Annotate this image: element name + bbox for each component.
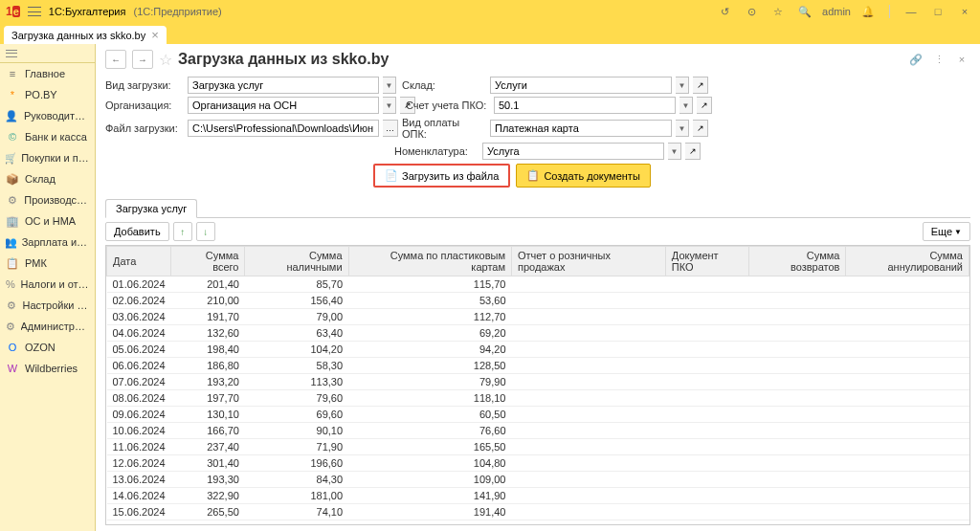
table-cell: 115,70 xyxy=(348,277,511,293)
nav-forward-button[interactable]: → xyxy=(132,50,153,69)
col-header[interactable]: Сумма наличными xyxy=(245,247,348,277)
more-button[interactable]: Еще ▼ xyxy=(923,222,970,241)
minimize-icon[interactable]: — xyxy=(902,2,921,21)
col-header[interactable]: Документ ПКО xyxy=(665,247,748,277)
nav-back-button[interactable]: ← xyxy=(105,50,126,69)
payment-dropdown[interactable]: ▼ xyxy=(676,120,689,137)
move-down-button[interactable]: ↓ xyxy=(196,222,215,241)
col-header[interactable]: Сумма аннулирований xyxy=(846,247,969,277)
table-cell xyxy=(512,390,666,407)
sidebar-item-4[interactable]: 🛒Покупки и продажи xyxy=(0,147,95,168)
sidebar-label: ОС и НМА xyxy=(25,215,76,227)
col-header[interactable]: Сумма всего xyxy=(171,247,245,277)
table-row[interactable]: 10.06.2024166,7090,1076,60 xyxy=(107,423,969,439)
table-row[interactable]: 01.06.2024201,4085,70115,70 xyxy=(107,277,969,293)
nomen-open[interactable]: ↗ xyxy=(685,143,701,160)
sidebar-item-14[interactable]: WWildberries xyxy=(0,358,95,379)
tab-close-icon[interactable]: × xyxy=(151,29,159,41)
table-row[interactable]: 04.06.2024132,6063,4069,20 xyxy=(107,325,969,342)
file-input[interactable] xyxy=(188,120,379,137)
warehouse-dropdown[interactable]: ▼ xyxy=(676,77,689,94)
sidebar-item-7[interactable]: 🏢ОС и НМА xyxy=(0,210,95,232)
warehouse-input[interactable] xyxy=(490,77,672,94)
favorites-icon[interactable]: ☆ xyxy=(768,2,788,21)
page-header: ← → ☆ Загрузка данных из skko.by 🔗 ⋮ × xyxy=(96,44,980,75)
link-icon[interactable]: 🔗 xyxy=(907,54,924,66)
account-dropdown[interactable]: ▼ xyxy=(679,97,693,114)
sidebar-item-0[interactable]: ≡Главное xyxy=(0,63,95,84)
table-cell xyxy=(748,407,845,423)
table-row[interactable]: 14.06.2024322,90181,00141,90 xyxy=(107,488,969,504)
table-row[interactable]: 06.06.2024186,8058,30128,50 xyxy=(107,358,969,374)
payment-input[interactable] xyxy=(490,120,672,137)
close-icon[interactable]: × xyxy=(955,2,974,21)
table-cell xyxy=(748,342,845,358)
favorite-star-icon[interactable]: ☆ xyxy=(159,51,172,69)
col-header[interactable]: Дата xyxy=(107,247,171,277)
table-cell: 63,40 xyxy=(245,325,348,342)
sidebar-item-11[interactable]: ⚙Настройки учета xyxy=(0,295,95,316)
table-row[interactable]: 16.06.2024207,2091,00116,20 xyxy=(107,520,969,526)
user-label[interactable]: admin xyxy=(822,6,851,17)
menu-icon[interactable] xyxy=(28,7,41,16)
sidebar-item-2[interactable]: 👤Руководителю xyxy=(0,105,95,126)
table-row[interactable]: 07.06.2024193,20113,3079,90 xyxy=(107,374,969,390)
table-row[interactable]: 05.06.2024198,40104,2094,20 xyxy=(107,342,969,358)
table-cell xyxy=(846,358,969,374)
search-icon[interactable]: 🔍 xyxy=(795,2,814,21)
load-type-input[interactable] xyxy=(188,77,379,94)
subtab-load-services[interactable]: Загрузка услуг xyxy=(105,199,197,218)
more-icon[interactable]: ⋮ xyxy=(930,54,947,66)
org-dropdown[interactable]: ▼ xyxy=(383,97,396,114)
table-row[interactable]: 13.06.2024193,3084,30109,00 xyxy=(107,472,969,488)
col-header[interactable]: Сумма по пластиковым картам xyxy=(348,247,511,277)
table-row[interactable]: 02.06.2024210,00156,4053,60 xyxy=(107,293,969,309)
warehouse-open[interactable]: ↗ xyxy=(693,77,708,94)
table-cell: 181,00 xyxy=(245,488,348,504)
table-row[interactable]: 12.06.2024301,40196,60104,80 xyxy=(107,455,969,472)
refresh-icon[interactable]: ↺ xyxy=(715,2,734,21)
history-icon[interactable]: ⊙ xyxy=(742,2,761,21)
table-row[interactable]: 11.06.2024237,4071,90165,50 xyxy=(107,439,969,455)
add-button[interactable]: Добавить xyxy=(105,222,169,241)
col-header[interactable]: Отчет о розничных продажах xyxy=(512,247,666,277)
move-up-button[interactable]: ↑ xyxy=(173,222,192,241)
nomen-input[interactable] xyxy=(482,143,664,160)
table-cell xyxy=(665,488,748,504)
table-cell: 193,20 xyxy=(171,374,245,390)
account-input[interactable] xyxy=(494,97,676,114)
bell-icon[interactable]: 🔔 xyxy=(858,2,878,21)
sidebar-item-6[interactable]: ⚙Производство xyxy=(0,189,95,210)
table-row[interactable]: 08.06.2024197,7079,60118,10 xyxy=(107,390,969,407)
active-tab[interactable]: Загрузка данных из skko.by × xyxy=(4,26,167,44)
maximize-icon[interactable]: □ xyxy=(928,2,947,21)
sidebar-item-10[interactable]: %Налоги и отчетность xyxy=(0,274,95,295)
sidebar-item-12[interactable]: ⚙Администрирование xyxy=(0,316,95,337)
table-cell: 07.06.2024 xyxy=(107,374,171,390)
table-cell xyxy=(665,423,748,439)
create-documents-button[interactable]: 📋 Создать документы xyxy=(516,164,650,188)
load-type-dropdown[interactable]: ▼ xyxy=(383,77,396,94)
nomen-dropdown[interactable]: ▼ xyxy=(668,143,681,160)
sidebar-item-5[interactable]: 📦Склад xyxy=(0,168,95,189)
account-open[interactable]: ↗ xyxy=(697,97,712,114)
sidebar-item-9[interactable]: 📋РМК xyxy=(0,253,95,274)
sidebar-item-13[interactable]: OOZON xyxy=(0,337,95,358)
table-cell xyxy=(846,342,969,358)
page-close-icon[interactable]: × xyxy=(953,54,970,65)
sidebar-icon: * xyxy=(6,88,19,101)
table-row[interactable]: 15.06.2024265,5074,10191,40 xyxy=(107,504,969,520)
table-cell xyxy=(748,472,845,488)
payment-open[interactable]: ↗ xyxy=(693,120,708,137)
table-cell xyxy=(665,293,748,309)
sidebar-toggle[interactable] xyxy=(0,44,95,63)
sidebar-item-3[interactable]: ©Банк и касса xyxy=(0,126,95,147)
file-browse[interactable]: … xyxy=(383,120,398,137)
sidebar-item-8[interactable]: 👥Зарплата и кадры xyxy=(0,232,95,253)
org-input[interactable] xyxy=(188,97,379,114)
table-row[interactable]: 09.06.2024130,1069,6060,50 xyxy=(107,407,969,423)
table-row[interactable]: 03.06.2024191,7079,00112,70 xyxy=(107,309,969,325)
load-from-file-button[interactable]: 📄 Загрузить из файла xyxy=(373,164,510,188)
col-header[interactable]: Сумма возвратов xyxy=(748,247,845,277)
sidebar-item-1[interactable]: *PO.BY xyxy=(0,84,95,105)
